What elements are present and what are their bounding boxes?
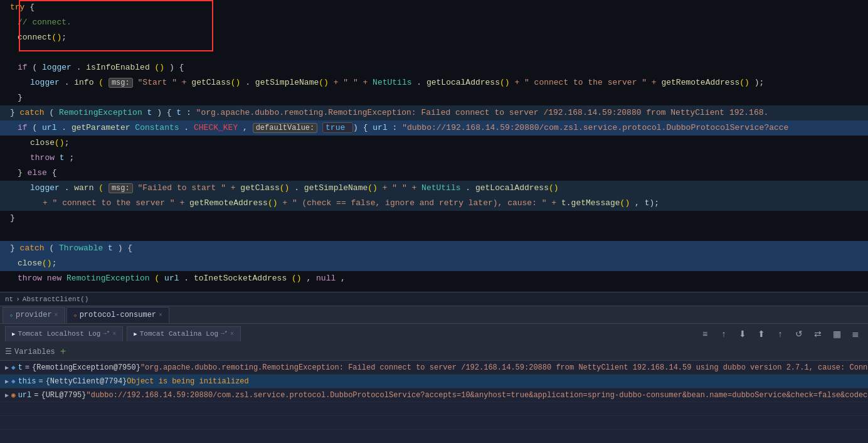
breadcrumb-separator: ›: [16, 296, 20, 303]
code-line-logger-info: logger . info ( msg: "Start " + getClass…: [0, 75, 868, 90]
variable-row-t[interactable]: ▶ ◆ t = {RemotingException@7950} "org.ap…: [0, 361, 868, 375]
keyword-catch2: catch: [20, 243, 45, 253]
tab-protocol-consumer[interactable]: ⬦ protocol-consumer ×: [66, 307, 169, 323]
line-content: if ( url . getParameter Constants . CHEC…: [5, 121, 868, 135]
code-line-close-call2: close();: [0, 256, 868, 271]
file-tabs-bar: ⬦ provider × ⬦ protocol-consumer ×: [0, 306, 868, 323]
line-content: // connect.: [5, 16, 868, 29]
tomcat-localhost-pin: →*: [103, 331, 110, 337]
download-icon: ⬇: [738, 329, 748, 339]
toolbar-upload-btn[interactable]: ⬆: [754, 328, 769, 340]
line-content: if ( logger . isInfoEnabled () ) {: [5, 61, 868, 75]
toolbar-swap-btn[interactable]: ⇄: [810, 328, 825, 340]
var-eq-url: =: [34, 391, 38, 400]
variable-row-this[interactable]: ▶ ◆ this = {NettyClient@7794} Object is …: [0, 375, 868, 388]
variables-panel: ☰ Variables + ▶ ◆ t = {RemotingException…: [0, 343, 868, 443]
code-line-logger-warn: logger . warn ( msg: "Failed to start " …: [0, 181, 868, 196]
code-line-if-url: if ( url . getParameter Constants . CHEC…: [0, 120, 868, 136]
line-content: } catch ( Throwable t ) {: [5, 242, 868, 255]
variable-row-empty2: [0, 416, 868, 430]
tab-tomcat-catalina-label: Tomcat Catalina Log: [140, 330, 218, 338]
toolbar-download-btn[interactable]: ⬇: [735, 328, 750, 340]
expand-this[interactable]: ▶: [5, 378, 9, 385]
line-content: logger . info ( msg: "Start " + getClass…: [5, 76, 868, 90]
log-toolbar: ▶ Tomcat Localhost Log →* × ▶ Tomcat Cat…: [0, 323, 868, 343]
msg-badge-warn: msg:: [109, 183, 133, 193]
tab-tomcat-catalina[interactable]: ▶ Tomcat Catalina Log →* ×: [127, 326, 241, 341]
code-line-catch-remoting: } catch ( RemotingException t ) { t : "o…: [0, 105, 868, 120]
line-content: logger . warn ( msg: "Failed to start " …: [5, 181, 868, 195]
pause-up-icon: ↑: [775, 329, 785, 339]
var-value-t: "org.apache.dubbo.remoting.RemotingExcep…: [140, 363, 868, 372]
tomcat-catalina-pin: →*: [221, 331, 228, 337]
code-line-comment: // connect.: [0, 15, 868, 30]
line-content: } else {: [5, 166, 868, 180]
tomcat-icon: ▶: [12, 331, 15, 338]
up-icon: ↑: [719, 329, 729, 339]
variables-icon: ☰: [5, 347, 12, 356]
code-line-blank: [0, 45, 868, 60]
upload-icon: ⬆: [756, 329, 766, 339]
tab-protocol-consumer-close[interactable]: ×: [159, 312, 162, 319]
line-content: throw t ;: [5, 151, 868, 165]
protocol-consumer-icon: ⬦: [73, 312, 77, 319]
line-content: close();: [5, 257, 868, 270]
bool-true: true: [322, 122, 353, 133]
tab-provider[interactable]: ⬦ provider ×: [3, 307, 65, 323]
var-name-url: url: [18, 391, 32, 400]
var-eq-t: =: [25, 363, 29, 372]
code-editor: try { // connect. connect(); if ( logger…: [0, 0, 868, 292]
menu-icon: ≡: [700, 329, 710, 339]
tab-tomcat-catalina-close: ×: [230, 331, 234, 338]
breadcrumb-item2: AbstractClient(): [23, 296, 89, 303]
var-value-url: "dubbo://192.168.14.59:20880/com.zsl.ser…: [86, 391, 868, 400]
expand-t[interactable]: ▶: [5, 364, 9, 371]
breadcrumb: nt › AbstractClient(): [0, 292, 868, 306]
bottom-section: ⬦ provider × ⬦ protocol-consumer × ▶ Tom…: [0, 306, 868, 443]
tab-provider-close[interactable]: ×: [55, 312, 58, 319]
toolbar-pause-up-btn[interactable]: ↑: [773, 328, 788, 340]
toolbar-grid-btn[interactable]: ▦: [829, 328, 844, 340]
variable-row-empty1: [0, 402, 868, 416]
list-icon: ≣: [850, 329, 860, 339]
variables-header: ☰ Variables +: [0, 343, 868, 361]
tab-protocol-consumer-label: protocol-consumer: [80, 311, 156, 319]
var-value-this: Object is being initialized: [127, 377, 248, 386]
provider-icon: ⬦: [9, 312, 13, 319]
code-line-close2: }: [0, 211, 868, 226]
swap-icon: ⇄: [813, 329, 823, 339]
code-line-close-call: close();: [0, 136, 868, 151]
code-line-else: } else {: [0, 166, 868, 181]
toolbar-list-btn[interactable]: ≣: [848, 328, 863, 340]
tab-tomcat-localhost[interactable]: ▶ Tomcat Localhost Log →* ×: [5, 326, 123, 341]
line-content: + " connect to the server " + getRemoteA…: [5, 196, 868, 210]
toolbar-refresh-btn[interactable]: ↺: [791, 328, 807, 340]
code-line-connect: connect();: [0, 30, 868, 45]
variable-row-url[interactable]: ▶ ◉ url = {URL@7795} "dubbo://192.168.14…: [0, 388, 868, 402]
breadcrumb-item: nt: [5, 296, 13, 303]
code-line-blank2: [0, 226, 868, 241]
line-content: throw new RemotingException ( url . toIn…: [5, 272, 868, 286]
code-line-throw-new: throw new RemotingException ( url . toIn…: [0, 271, 868, 286]
code-line-throw-t: throw t ;: [0, 151, 868, 166]
keyword-catch: catch: [20, 108, 45, 117]
line-content: try {: [5, 1, 868, 14]
var-icon-t: ◆: [11, 363, 16, 371]
code-line-catch-throwable: } catch ( Throwable t ) {: [0, 241, 868, 256]
expand-url[interactable]: ▶: [5, 392, 9, 399]
toolbar-menu-btn[interactable]: ≡: [697, 328, 712, 340]
line-content: } catch ( RemotingException t ) { t : "o…: [5, 106, 868, 120]
code-line-try: try {: [0, 0, 868, 15]
line-content: [5, 46, 868, 60]
code-line-close1: }: [0, 90, 868, 105]
line-content: [5, 227, 868, 240]
variables-title: Variables: [14, 348, 55, 356]
var-ref-t: {RemotingException@7950}: [32, 363, 140, 372]
toolbar-up-btn[interactable]: ↑: [716, 328, 731, 340]
keyword-try: try: [10, 3, 24, 12]
var-eq-this: =: [38, 377, 43, 386]
var-icon-url: ◉: [11, 391, 16, 399]
add-variable-btn[interactable]: +: [58, 346, 69, 358]
var-icon-this: ◆: [11, 377, 16, 385]
tomcat-catalina-icon: ▶: [134, 331, 137, 338]
